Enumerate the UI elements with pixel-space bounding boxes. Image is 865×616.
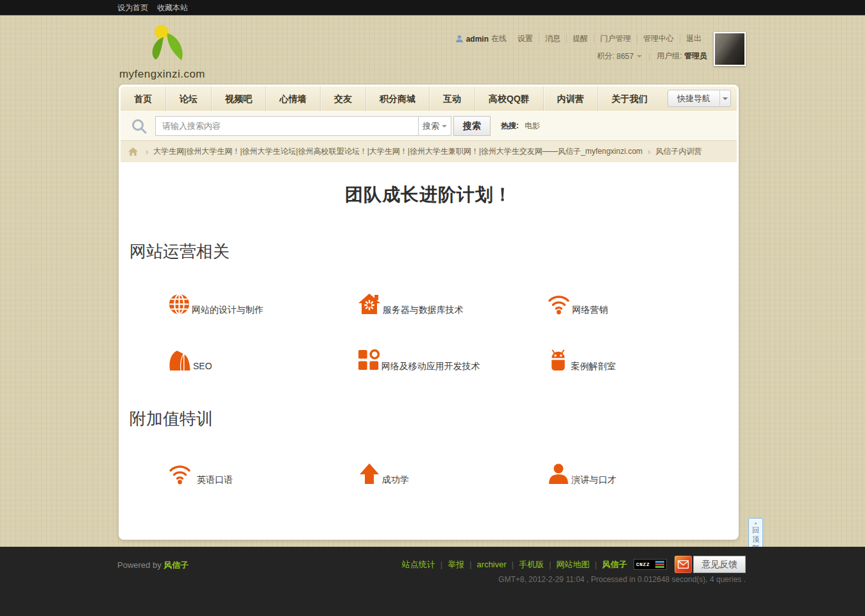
nav-item-friends[interactable]: 交友 bbox=[321, 87, 366, 111]
logout-link[interactable]: 退出 bbox=[680, 34, 707, 43]
course-public-speaking[interactable]: 演讲与口才 bbox=[547, 462, 737, 485]
online-status: 在线 bbox=[491, 33, 507, 44]
portal-admin-link[interactable]: 门户管理 bbox=[594, 34, 637, 43]
course-label: 网络及移动应用开发技术 bbox=[382, 360, 480, 372]
person-icon bbox=[547, 462, 570, 485]
nav-item-home[interactable]: 首页 bbox=[121, 87, 166, 111]
nav-item-forum[interactable]: 论坛 bbox=[166, 87, 212, 111]
section-heading-website-ops: 网站运营相关 bbox=[130, 240, 737, 263]
envelope-icon[interactable] bbox=[675, 556, 692, 573]
logo-text: myfengxinzi.com bbox=[117, 68, 207, 81]
wifi-icon bbox=[168, 462, 192, 485]
page-title: 团队成长进阶计划！ bbox=[121, 183, 737, 207]
course-server-db[interactable]: 服务器与数据库技术 bbox=[358, 292, 548, 315]
feedback-button[interactable]: 意见反馈 bbox=[693, 556, 746, 573]
divider: | bbox=[648, 52, 650, 61]
course-seo[interactable]: SEO bbox=[168, 349, 358, 372]
course-web-design[interactable]: 网站的设计与制作 bbox=[168, 292, 358, 315]
usergroup-value[interactable]: 管理员 bbox=[684, 51, 707, 62]
search-button[interactable]: 搜索 bbox=[453, 116, 491, 136]
footer-link-site-stats[interactable]: 站点统计 bbox=[402, 559, 435, 570]
footer-link-sitemap[interactable]: 网站地图 bbox=[557, 559, 590, 570]
search-scope-select[interactable]: 搜索 bbox=[418, 116, 451, 136]
cnzz-stats-badge[interactable]: CNZZ bbox=[634, 559, 667, 570]
course-row: SEO 网络及移动应用开发技术 案例解剖室 bbox=[121, 349, 737, 372]
course-label: 成功学 bbox=[382, 474, 409, 485]
footer-links: 站点统计| 举报| archiver| 手机版| 网站地图| 风信子 bbox=[402, 559, 627, 570]
search-icon bbox=[131, 118, 147, 135]
username-link[interactable]: admin bbox=[466, 35, 489, 44]
books-icon bbox=[168, 349, 192, 372]
course-case-study[interactable]: 案例解剖室 bbox=[547, 349, 737, 372]
chevron-down-icon[interactable] bbox=[719, 90, 730, 106]
hot-search-keyword[interactable]: 电影 bbox=[525, 121, 540, 130]
user-panel: admin 在线 设置消息提醒门户管理管理中心退出 积分: 8657 | 用户组… bbox=[455, 33, 707, 62]
course-spoken-english[interactable]: 英语口语 bbox=[168, 462, 358, 485]
globe-icon bbox=[168, 293, 190, 315]
site-logo[interactable]: myfengxinzi.com bbox=[117, 24, 207, 81]
breadcrumb: 大学生网|徐州大学生网！|徐州大学生论坛|徐州高校联盟论坛！|大学生网！|徐州大… bbox=[121, 140, 737, 162]
credits-label: 积分: bbox=[597, 51, 614, 62]
course-row: 网站的设计与制作 服务器与数据库技术 网络营销 bbox=[121, 292, 737, 315]
logo-leaf-icon bbox=[131, 55, 193, 66]
credits-caret-icon[interactable] bbox=[637, 55, 642, 60]
search-scope-label: 搜索 bbox=[423, 121, 439, 132]
credits-value[interactable]: 8657 bbox=[616, 52, 634, 61]
grid-squares-icon bbox=[358, 349, 380, 372]
nav-item-interaction[interactable]: 互动 bbox=[430, 87, 475, 111]
cnzz-bars-icon bbox=[655, 561, 664, 568]
android-icon bbox=[547, 349, 569, 372]
quick-nav-label: 快捷导航 bbox=[668, 90, 719, 106]
usergroup-label: 用户组: bbox=[657, 51, 682, 62]
breadcrumb-separator bbox=[642, 147, 655, 156]
quick-nav-button[interactable]: 快捷导航 bbox=[668, 90, 731, 107]
main-nav: 首页 论坛 视频吧 心情墙 交友 积分商城 互动 高校QQ群 内训营 关于我们 … bbox=[121, 87, 737, 111]
footer: Powered by 风信子 站点统计| 举报| archiver| 手机版| … bbox=[0, 547, 865, 616]
powered-brand-link[interactable]: 风信子 bbox=[164, 560, 189, 570]
page: 设为首页 收藏本站 myfengxinzi.com admin 在线 设置消息提… bbox=[0, 0, 865, 616]
search-input[interactable] bbox=[155, 116, 418, 136]
footer-link-report[interactable]: 举报 bbox=[448, 559, 464, 570]
course-label: 演讲与口才 bbox=[571, 474, 616, 485]
wifi-icon bbox=[547, 292, 571, 315]
nav-item-about[interactable]: 关于我们 bbox=[598, 87, 661, 111]
breadcrumb-root-link[interactable]: 大学生网|徐州大学生网！|徐州大学生论坛|徐州高校联盟论坛！|大学生网！|徐州大… bbox=[153, 146, 642, 157]
page-content: 团队成长进阶计划！ 网站运营相关 网站的设计与制作 服务器与数据库技术 bbox=[121, 162, 737, 538]
topbar: 设为首页 收藏本站 bbox=[0, 0, 865, 15]
admin-center-link[interactable]: 管理中心 bbox=[637, 34, 680, 43]
arrow-up-icon bbox=[358, 462, 381, 485]
settings-link[interactable]: 设置 bbox=[512, 34, 539, 43]
footer-link-brand[interactable]: 风信子 bbox=[602, 559, 627, 570]
home-icon[interactable] bbox=[128, 147, 138, 156]
nav-item-qq-groups[interactable]: 高校QQ群 bbox=[475, 87, 544, 111]
course-success-study[interactable]: 成功学 bbox=[358, 462, 548, 485]
footer-link-mobile[interactable]: 手机版 bbox=[519, 559, 544, 570]
course-label: 网络营销 bbox=[572, 304, 608, 315]
nav-item-moodwall[interactable]: 心情墙 bbox=[266, 87, 321, 111]
breadcrumb-current[interactable]: 风信子内训营 bbox=[655, 146, 701, 157]
breadcrumb-separator bbox=[140, 147, 153, 156]
set-homepage-link[interactable]: 设为首页 bbox=[117, 3, 148, 13]
footer-link-archiver[interactable]: archiver bbox=[477, 560, 507, 569]
section-heading-extras: 附加值特训 bbox=[130, 408, 737, 430]
course-label: 英语口语 bbox=[197, 474, 233, 485]
nav-item-video[interactable]: 视频吧 bbox=[212, 87, 266, 111]
course-label: 网站的设计与制作 bbox=[192, 304, 264, 315]
avatar[interactable] bbox=[714, 32, 746, 66]
nav-item-training-camp[interactable]: 内训营 bbox=[544, 87, 598, 111]
user-icon bbox=[455, 35, 464, 43]
search-bar: 搜索 搜索 热搜: 电影 bbox=[121, 111, 737, 140]
hot-search-label: 热搜: bbox=[501, 121, 519, 130]
main-container: 首页 论坛 视频吧 心情墙 交友 积分商城 互动 高校QQ群 内训营 关于我们 … bbox=[119, 85, 739, 540]
nav-item-credit-mall[interactable]: 积分商城 bbox=[366, 87, 430, 111]
course-label: 案例解剖室 bbox=[571, 360, 616, 372]
course-label: SEO bbox=[193, 360, 212, 372]
chevron-down-icon bbox=[442, 125, 447, 130]
course-marketing[interactable]: 网络营销 bbox=[547, 292, 737, 315]
bookmark-site-link[interactable]: 收藏本站 bbox=[157, 3, 188, 13]
notifications-link[interactable]: 提醒 bbox=[566, 34, 594, 43]
course-mobile-dev[interactable]: 网络及移动应用开发技术 bbox=[358, 349, 548, 372]
messages-link[interactable]: 消息 bbox=[539, 34, 566, 43]
footer-meta-text: GMT+8, 2012-2-29 11:04 , Processed in 0.… bbox=[498, 575, 746, 584]
powered-by-text: Powered by bbox=[117, 560, 162, 570]
